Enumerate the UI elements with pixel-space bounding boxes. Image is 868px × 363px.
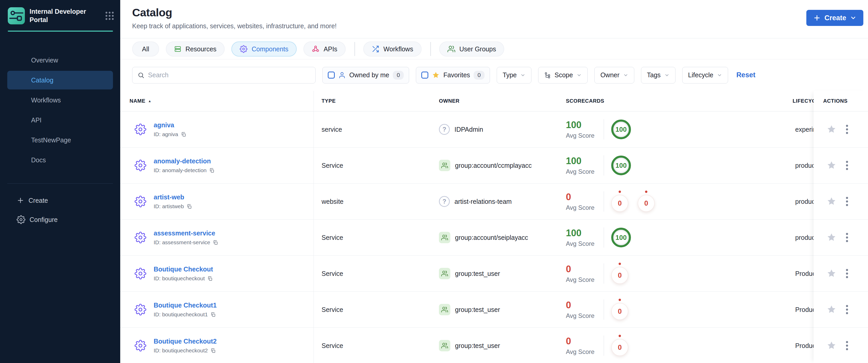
sidebar-configure-button[interactable]: Configure <box>7 210 113 229</box>
lifecycle-filter-dropdown[interactable]: Lifecycle <box>682 67 728 84</box>
favorites-filter[interactable]: Favorites 0 <box>416 67 490 84</box>
avg-score-caption: Avg Score <box>566 204 604 211</box>
name-cell: assessment-serviceID: assessment-service <box>120 220 314 255</box>
unknown-owner-icon: ? <box>439 196 450 207</box>
table-row[interactable]: assessment-serviceID: assessment-service… <box>120 220 868 256</box>
copy-icon[interactable] <box>210 312 216 317</box>
entity-name-link[interactable]: artist-web <box>154 193 192 201</box>
copy-icon[interactable] <box>213 240 218 245</box>
avg-score-caption: Avg Score <box>566 312 604 320</box>
type-filter-dropdown[interactable]: Type <box>497 67 531 84</box>
row-actions <box>814 220 868 256</box>
entity-name-link[interactable]: Boutique Checkout1 <box>154 302 217 309</box>
table-row[interactable]: Boutique CheckoutID: boutiquecheckoutSer… <box>120 256 868 292</box>
owner-label: artist-relations-team <box>455 198 512 205</box>
tab-all[interactable]: All <box>132 41 159 57</box>
entity-name-link[interactable]: anomaly-detection <box>154 157 215 165</box>
tab-components[interactable]: Components <box>231 41 297 57</box>
avg-score-caption: Avg Score <box>566 276 604 283</box>
copy-icon[interactable] <box>209 168 215 173</box>
column-header-actions: ACTIONS <box>814 91 868 112</box>
owner-filter-dropdown[interactable]: Owner <box>594 67 634 84</box>
kebab-menu-icon[interactable] <box>845 340 849 351</box>
table-row[interactable]: artist-webID: artistwebwebsite?artist-re… <box>120 184 868 220</box>
copy-icon[interactable] <box>187 204 192 209</box>
tab-apis[interactable]: APIs <box>303 41 346 57</box>
name-stack: agnivaID: agniva <box>154 121 186 138</box>
search-input[interactable] <box>148 71 310 79</box>
copy-icon[interactable] <box>210 348 216 354</box>
sidebar-footer: Create Configure <box>7 183 113 229</box>
table-row[interactable]: agnivaID: agnivaservice?IDPAdmin100Avg S… <box>120 112 868 148</box>
scorecard-circle-value: 100 <box>615 161 626 170</box>
table-row[interactable]: Boutique Checkout2ID: boutiquecheckout2S… <box>120 328 868 363</box>
scorecard-circle[interactable]: 0 <box>611 195 628 212</box>
scorecard-circle[interactable]: 100 <box>611 228 631 247</box>
scorecard-circle[interactable]: 100 <box>611 120 631 139</box>
avg-score-block: 100Avg Score <box>566 228 604 247</box>
table-row[interactable]: Boutique Checkout1ID: boutiquecheckout1S… <box>120 292 868 328</box>
row-actions <box>814 112 868 148</box>
avg-score-value: 100 <box>566 120 604 130</box>
favorite-star-icon[interactable] <box>827 124 836 134</box>
favorite-star-icon[interactable] <box>827 233 836 242</box>
owner-cell: group:test_user <box>436 256 561 292</box>
entity-name-link[interactable]: Boutique Checkout <box>154 266 213 273</box>
entity-name-link[interactable]: Boutique Checkout2 <box>154 338 217 345</box>
user-groups-icon <box>447 45 455 53</box>
entity-id: ID: anomaly-detection <box>154 167 215 174</box>
favorite-star-icon[interactable] <box>827 160 836 170</box>
column-header-name[interactable]: NAME ▲ <box>120 91 314 111</box>
scope-filter-dropdown[interactable]: Scope <box>538 67 588 84</box>
kebab-menu-icon[interactable] <box>845 268 849 279</box>
sidebar-item-testnewpage[interactable]: TestNewPage <box>7 131 113 149</box>
app-switcher-icon[interactable] <box>104 10 115 21</box>
tab-workflows[interactable]: Workflows <box>363 41 422 57</box>
kebab-menu-icon[interactable] <box>845 196 849 207</box>
entity-name-link[interactable]: assessment-service <box>154 230 218 237</box>
sidebar-item-docs[interactable]: Docs <box>7 151 113 169</box>
sidebar-item-overview[interactable]: Overview <box>7 51 113 69</box>
favorite-star-icon[interactable] <box>827 305 836 314</box>
scorecard-circle[interactable]: 0 <box>611 267 628 284</box>
kebab-menu-icon[interactable] <box>845 124 849 134</box>
entity-name-link[interactable]: agniva <box>154 121 186 129</box>
favorite-star-icon[interactable] <box>827 341 836 351</box>
table-row[interactable]: anomaly-detectionID: anomaly-detectionSe… <box>120 148 868 184</box>
scorecard-circle[interactable]: 0 <box>638 195 655 212</box>
favorite-star-icon[interactable] <box>827 269 836 278</box>
sidebar-item-workflows[interactable]: Workflows <box>7 91 113 110</box>
favorites-label: Favorites <box>443 71 470 79</box>
favorites-checkbox[interactable] <box>421 71 428 79</box>
copy-icon[interactable] <box>207 276 213 281</box>
create-button[interactable]: Create <box>806 10 863 26</box>
score-circles: 100 <box>611 228 631 247</box>
sidebar-item-api[interactable]: API <box>7 111 113 129</box>
create-button-label: Create <box>825 14 846 22</box>
kebab-menu-icon[interactable] <box>845 160 849 171</box>
scorecard-circle[interactable]: 0 <box>611 303 628 320</box>
column-header-scorecards: SCORECARDS <box>561 91 789 111</box>
reset-filters-button[interactable]: Reset <box>736 71 755 79</box>
tab-divider <box>354 42 355 56</box>
type-cell: Service <box>314 292 436 328</box>
tags-filter-dropdown[interactable]: Tags <box>641 67 676 84</box>
sidebar-item-catalog[interactable]: Catalog <box>7 71 113 89</box>
avg-score-caption: Avg Score <box>566 240 604 247</box>
avg-score-caption: Avg Score <box>566 132 604 139</box>
scorecard-circle[interactable]: 100 <box>611 156 631 175</box>
scorecard-circle[interactable]: 0 <box>611 339 628 356</box>
plus-icon <box>813 14 821 22</box>
kebab-menu-icon[interactable] <box>845 232 849 243</box>
favorite-star-icon[interactable] <box>827 196 836 206</box>
owned-by-me-checkbox[interactable] <box>328 71 335 79</box>
tab-user-groups[interactable]: User Groups <box>439 41 504 57</box>
kebab-menu-icon[interactable] <box>845 304 849 315</box>
chevron-down-icon <box>623 72 628 78</box>
sidebar-create-button[interactable]: Create <box>7 191 113 210</box>
copy-icon[interactable] <box>181 132 186 137</box>
owned-by-me-filter[interactable]: Owned by me 0 <box>322 67 409 84</box>
alert-dot-icon <box>619 190 621 193</box>
row-actions <box>814 184 868 220</box>
tab-resources[interactable]: Resources <box>166 41 225 57</box>
